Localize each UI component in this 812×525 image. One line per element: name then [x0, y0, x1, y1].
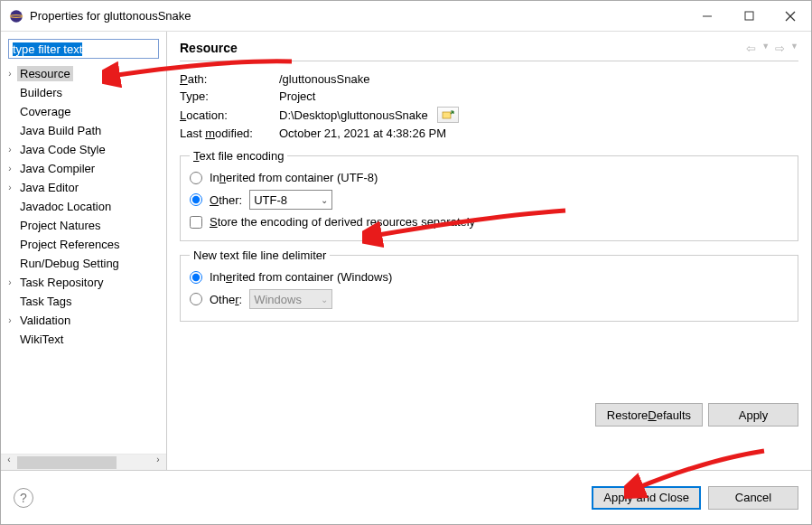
path-value: /gluttonousSnake	[279, 72, 369, 86]
minimize-button[interactable]	[686, 1, 728, 32]
open-location-button[interactable]	[437, 107, 459, 123]
eclipse-icon	[8, 8, 24, 24]
sidebar-item-java-code-style[interactable]: ›Java Code Style	[1, 140, 166, 159]
sidebar-item-task-repository[interactable]: ›Task Repository	[1, 273, 166, 292]
scroll-right-button[interactable]: ›	[150, 455, 166, 471]
sidebar: ›ResourceBuildersCoverageJava Build Path…	[1, 32, 167, 470]
svg-point-0	[10, 10, 23, 23]
encoding-group: Text file encoding Inherited from contai…	[180, 149, 798, 241]
content-pane: Resource ⇦ ▼ ⇨ ▼ Path: /gluttonousSnake …	[167, 32, 811, 470]
sidebar-item-label: Builders	[17, 85, 65, 100]
expand-icon[interactable]: ›	[5, 315, 15, 325]
sidebar-item-label: WikiText	[17, 332, 66, 347]
tree: ›ResourceBuildersCoverageJava Build Path…	[1, 62, 166, 454]
encoding-inherited-radio[interactable]	[190, 172, 202, 184]
sidebar-item-run-debug-setting[interactable]: Run/Debug Setting	[1, 254, 166, 273]
store-derived-label[interactable]: Store the encoding of derived resources …	[210, 215, 475, 229]
expand-icon[interactable]: ›	[5, 164, 15, 173]
sidebar-item-project-references[interactable]: Project References	[1, 235, 166, 254]
sidebar-item-project-natures[interactable]: Project Natures	[1, 216, 166, 235]
sidebar-item-java-editor[interactable]: ›Java Editor	[1, 178, 166, 197]
expand-icon[interactable]: ›	[5, 277, 15, 287]
encoding-inherited-label[interactable]: Inherited from container (UTF-8)	[210, 171, 378, 184]
delimiter-inherited-radio[interactable]	[190, 271, 202, 284]
delimiter-inherited-label[interactable]: Inherited from container (Windows)	[210, 270, 392, 284]
scroll-thumb[interactable]	[17, 456, 117, 469]
delimiter-group: New text file line delimiter Inherited f…	[180, 248, 798, 322]
sidebar-item-label: Javadoc Location	[17, 199, 114, 214]
sidebar-item-label: Task Repository	[17, 275, 106, 290]
sidebar-item-label: Java Editor	[17, 180, 81, 195]
sidebar-item-label: Java Compiler	[17, 161, 98, 176]
back-icon[interactable]: ⇦	[746, 42, 756, 55]
apply-button[interactable]: Apply	[708, 403, 798, 427]
type-label: Type:	[180, 89, 279, 103]
sidebar-item-wikitext[interactable]: WikiText	[1, 330, 166, 349]
store-derived-checkbox[interactable]	[190, 216, 202, 229]
maximize-button[interactable]	[728, 1, 770, 32]
back-drop-icon[interactable]: ▼	[761, 42, 770, 55]
sidebar-item-resource[interactable]: ›Resource	[1, 64, 166, 83]
expand-icon[interactable]: ›	[5, 183, 15, 192]
cancel-button[interactable]: Cancel	[708, 486, 798, 510]
sidebar-item-label: Resource	[17, 66, 73, 81]
location-label: Location:	[180, 108, 279, 122]
location-value: D:\Desktop\gluttonousSnake	[279, 108, 428, 122]
sidebar-item-java-build-path[interactable]: Java Build Path	[1, 121, 166, 140]
type-value: Project	[279, 89, 315, 103]
encoding-combo[interactable]: UTF-8 ⌄	[249, 190, 332, 210]
chevron-down-icon: ⌄	[321, 295, 328, 305]
help-icon[interactable]: ?	[14, 488, 33, 508]
sidebar-item-javadoc-location[interactable]: Javadoc Location	[1, 197, 166, 216]
path-label: Path:	[180, 72, 279, 86]
expand-icon[interactable]: ›	[5, 69, 15, 79]
sidebar-item-label: Project References	[17, 237, 123, 252]
page-heading: Resource	[180, 41, 238, 55]
encoding-legend: Text file encoding	[190, 149, 287, 163]
sidebar-item-label: Project Natures	[17, 218, 104, 233]
window-title: Properties for gluttonousSnake	[30, 9, 686, 23]
delimiter-legend: New text file line delimiter	[190, 248, 330, 262]
close-button[interactable]	[770, 1, 811, 32]
forward-drop-icon[interactable]: ▼	[790, 42, 798, 55]
chevron-down-icon: ⌄	[321, 195, 328, 205]
sidebar-item-validation[interactable]: ›Validation	[1, 311, 166, 330]
scroll-left-button[interactable]: ‹	[1, 455, 17, 471]
delimiter-other-radio[interactable]	[190, 293, 202, 305]
sidebar-item-coverage[interactable]: Coverage	[1, 102, 166, 121]
sidebar-item-label: Run/Debug Setting	[17, 256, 122, 271]
delimiter-other-label[interactable]: Other:	[210, 293, 242, 306]
sidebar-item-java-compiler[interactable]: ›Java Compiler	[1, 159, 166, 178]
sidebar-item-label: Validation	[17, 313, 73, 328]
restore-defaults-button[interactable]: Restore Defaults	[595, 403, 703, 427]
sidebar-item-label: Coverage	[17, 104, 73, 119]
svg-rect-6	[443, 112, 451, 118]
expand-icon[interactable]: ›	[5, 145, 15, 155]
modified-label: Last modified:	[180, 127, 279, 140]
sidebar-item-builders[interactable]: Builders	[1, 83, 166, 102]
sidebar-scrollbar[interactable]: ‹ ›	[1, 454, 166, 470]
delimiter-combo-value: Windows	[254, 293, 302, 306]
filter-input[interactable]	[8, 39, 159, 59]
encoding-other-radio[interactable]	[190, 193, 202, 206]
forward-icon[interactable]: ⇨	[775, 42, 785, 55]
delimiter-combo: Windows ⌄	[249, 289, 332, 309]
modified-value: October 21, 2021 at 4:38:26 PM	[279, 127, 446, 140]
titlebar: Properties for gluttonousSnake	[1, 1, 811, 32]
svg-rect-3	[745, 12, 753, 20]
sidebar-item-task-tags[interactable]: Task Tags	[1, 292, 166, 311]
footer: ? Apply and Close Cancel	[1, 470, 811, 524]
scroll-track[interactable]	[17, 455, 150, 471]
sidebar-item-label: Task Tags	[17, 294, 75, 309]
nav-arrows: ⇦ ▼ ⇨ ▼	[746, 42, 798, 55]
encoding-combo-value: UTF-8	[254, 193, 287, 207]
sidebar-item-label: Java Build Path	[17, 123, 104, 138]
sidebar-item-label: Java Code Style	[17, 142, 108, 157]
apply-and-close-button[interactable]: Apply and Close	[592, 486, 701, 510]
encoding-other-label[interactable]: Other:	[210, 193, 242, 207]
